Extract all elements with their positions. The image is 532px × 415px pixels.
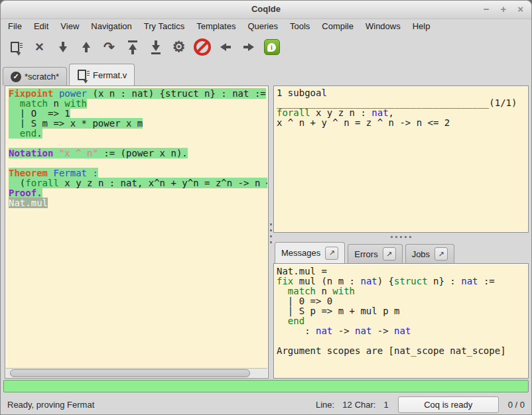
messages-notebook-tabs: Messages ↗ Errors ↗ Jobs ↗	[273, 241, 529, 263]
detach-icon: ↗	[438, 250, 444, 259]
line-value: 12	[342, 400, 352, 410]
tab-jobs[interactable]: Jobs ↗	[405, 244, 454, 263]
tab-fermat-label: Fermat.v	[93, 70, 127, 80]
menu-item-view[interactable]: View	[54, 20, 85, 32]
coq-status-indicator: Coq is ready	[398, 396, 499, 413]
save-icon	[10, 41, 23, 54]
up-arrow-icon	[82, 42, 91, 52]
tab-messages-label: Messages	[281, 248, 320, 258]
save-button[interactable]	[5, 36, 28, 58]
detach-jobs-button[interactable]: ↗	[434, 247, 448, 261]
menu-item-windows[interactable]: Windows	[360, 20, 407, 32]
code-line	[9, 158, 267, 168]
go-to-cursor-button[interactable]: ↷	[98, 36, 121, 58]
forward-button[interactable]	[237, 36, 260, 58]
code-line: : nat -> nat -> nat	[277, 326, 525, 336]
document-tabs: ✓ *scratch* Fermat.v	[1, 61, 531, 86]
close-button[interactable]: ×	[517, 3, 523, 15]
code-line: x ^ n + y ^ n = z ^ n -> n <= 2	[277, 118, 525, 128]
tab-fermat[interactable]: Fermat.v	[69, 64, 135, 86]
info-bubble-icon: i	[264, 39, 280, 55]
restart-button[interactable]	[121, 36, 144, 58]
code-line: match n with	[9, 99, 267, 109]
code-line: Nat.mul =	[277, 267, 525, 276]
coqide-window: CoqIde − + × FileEditViewNavigationTry T…	[0, 0, 532, 415]
horizontal-splitter[interactable]	[273, 233, 529, 241]
down-arrow-icon	[58, 42, 68, 52]
code-line: match n with	[277, 286, 525, 296]
code-line	[9, 139, 267, 148]
messages-pane[interactable]: Nat.mul =fix mul (n m : nat) {struct n} …	[273, 263, 529, 379]
code-line: Nat.mul	[9, 198, 267, 208]
document-save-icon	[77, 69, 90, 82]
menu-item-templates[interactable]: Templates	[190, 20, 241, 32]
tab-scratch[interactable]: ✓ *scratch*	[3, 67, 67, 86]
splitter-handle-icon	[270, 223, 272, 243]
tab-jobs-label: Jobs	[412, 249, 430, 259]
arrow-to-top-icon	[128, 40, 137, 54]
tab-errors[interactable]: Errors ↗	[348, 244, 402, 263]
menu-item-compile[interactable]: Compile	[316, 20, 360, 32]
menubar: FileEditViewNavigationTry TacticsTemplat…	[1, 19, 531, 33]
progress-bar	[3, 380, 529, 392]
about-button[interactable]: i	[260, 36, 283, 58]
char-value: 1	[383, 400, 388, 410]
tab-errors-label: Errors	[354, 249, 377, 259]
code-line: Fixpoint power (x n : nat) {struct n} : …	[9, 89, 267, 99]
arrow-to-bottom-icon	[151, 40, 161, 54]
window-title: CoqIde	[1, 4, 531, 14]
close-document-icon: ×	[35, 40, 44, 54]
detach-messages-button[interactable]: ↗	[325, 247, 338, 260]
goals-pane[interactable]: 1 subgoal_______________________________…	[273, 86, 529, 233]
left-arrow-icon	[220, 42, 231, 52]
interrupt-button[interactable]	[190, 36, 214, 58]
menu-item-queries[interactable]: Queries	[241, 20, 284, 32]
code-line: end.	[9, 129, 267, 139]
code-line: | 0 => 0	[277, 296, 525, 306]
tab-scratch-label: *scratch*	[25, 72, 59, 82]
scrollbar-thumb[interactable]	[10, 369, 250, 377]
detach-icon: ↗	[329, 249, 335, 257]
goals-counter: 0 / 0	[508, 400, 525, 410]
editor-code[interactable]: Fixpoint power (x n : nat) {struct n} : …	[6, 87, 267, 369]
code-line: end	[277, 316, 525, 326]
code-line: | O => 1	[9, 109, 267, 119]
coq-status-text: Coq is ready	[424, 400, 472, 410]
menu-item-tools[interactable]: Tools	[284, 20, 316, 32]
statusbar-right: Line: 12 Char: 1 Coq is ready 0 / 0	[316, 396, 525, 413]
status-text: Ready, proving Fermat	[7, 400, 94, 410]
menu-item-edit[interactable]: Edit	[28, 20, 54, 32]
check-circle-icon: ✓	[11, 72, 21, 82]
code-line: fix mul (n m : nat) {struct n} : nat :=	[277, 276, 525, 286]
toolbar: × ↷ ⚙ i	[1, 33, 531, 61]
prohibited-icon	[194, 38, 211, 56]
maximize-button[interactable]: +	[500, 3, 506, 15]
char-label: Char:	[355, 400, 376, 410]
detach-errors-button[interactable]: ↗	[383, 247, 396, 261]
curved-arrow-icon: ↷	[103, 40, 115, 54]
code-line: Argument scopes are [nat_scope nat_scope…	[277, 346, 525, 356]
editor-horizontal-scrollbar[interactable]	[6, 368, 267, 377]
backward-one-command-button[interactable]	[74, 36, 98, 58]
editor-pane: Fixpoint power (x n : nat) {struct n} : …	[5, 86, 269, 379]
code-line: 1 subgoal	[277, 88, 525, 98]
fully-check-button[interactable]: ⚙	[167, 36, 190, 58]
code-line: ______________________________________(1…	[277, 98, 525, 108]
right-arrow-icon	[243, 42, 254, 52]
back-button[interactable]	[214, 36, 237, 58]
tab-messages[interactable]: Messages ↗	[275, 242, 345, 263]
menu-item-try-tactics[interactable]: Try Tactics	[138, 20, 190, 32]
forward-one-command-button[interactable]	[51, 36, 74, 58]
go-to-end-button[interactable]	[144, 36, 167, 58]
line-label: Line:	[316, 400, 334, 410]
code-line: forall x y z n : nat,	[277, 108, 525, 118]
menu-item-navigation[interactable]: Navigation	[85, 20, 137, 32]
menu-item-help[interactable]: Help	[407, 20, 436, 32]
minimize-button[interactable]: −	[484, 3, 490, 15]
vertical-splitter[interactable]	[268, 86, 273, 379]
titlebar[interactable]: CoqIde − + ×	[1, 1, 531, 19]
detach-icon: ↗	[386, 250, 392, 259]
menu-item-file[interactable]: File	[2, 20, 28, 32]
close-document-button[interactable]: ×	[28, 36, 51, 58]
code-line: Proof.	[9, 188, 267, 198]
